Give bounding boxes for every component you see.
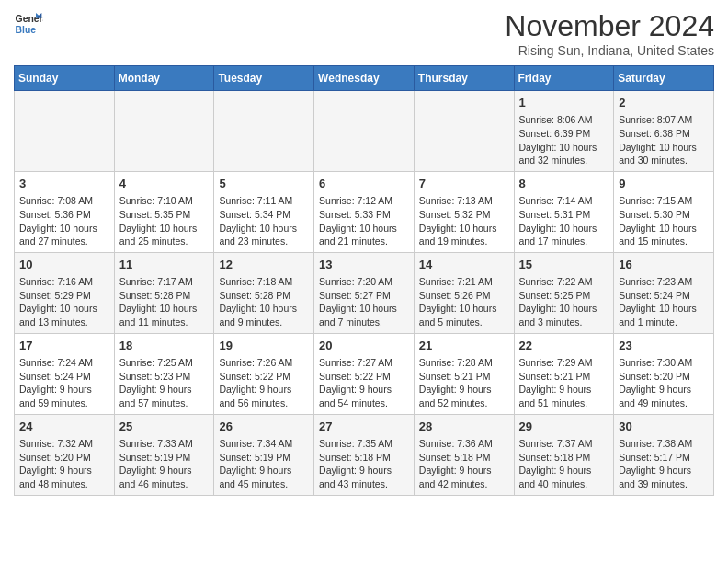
- day-cell-3-3: 20Sunrise: 7:27 AM Sunset: 5:22 PM Dayli…: [314, 333, 415, 414]
- svg-text:Blue: Blue: [16, 25, 37, 35]
- day-info: Sunrise: 7:37 AM Sunset: 5:18 PM Dayligh…: [519, 437, 609, 491]
- col-friday: Friday: [514, 66, 614, 91]
- day-number: 23: [619, 338, 709, 354]
- day-number: 25: [119, 419, 210, 435]
- day-number: 3: [19, 176, 109, 192]
- day-info: Sunrise: 7:33 AM Sunset: 5:19 PM Dayligh…: [119, 437, 210, 491]
- day-cell-1-3: 6Sunrise: 7:12 AM Sunset: 5:33 PM Daylig…: [314, 171, 415, 252]
- col-tuesday: Tuesday: [214, 66, 314, 91]
- day-number: 18: [119, 338, 210, 354]
- day-cell-0-5: 1Sunrise: 8:06 AM Sunset: 6:39 PM Daylig…: [514, 91, 614, 172]
- day-number: 16: [619, 257, 709, 273]
- day-cell-4-2: 26Sunrise: 7:34 AM Sunset: 5:19 PM Dayli…: [214, 414, 314, 495]
- day-cell-0-2: [214, 91, 314, 172]
- day-cell-0-3: [314, 91, 415, 172]
- day-cell-4-6: 30Sunrise: 7:38 AM Sunset: 5:17 PM Dayli…: [614, 414, 714, 495]
- day-info: Sunrise: 7:22 AM Sunset: 5:25 PM Dayligh…: [519, 275, 609, 329]
- day-info: Sunrise: 7:16 AM Sunset: 5:29 PM Dayligh…: [19, 275, 109, 329]
- day-cell-3-5: 22Sunrise: 7:29 AM Sunset: 5:21 PM Dayli…: [514, 333, 614, 414]
- day-info: Sunrise: 7:32 AM Sunset: 5:20 PM Dayligh…: [19, 437, 109, 491]
- day-number: 1: [519, 95, 609, 111]
- day-cell-4-4: 28Sunrise: 7:36 AM Sunset: 5:18 PM Dayli…: [414, 414, 514, 495]
- day-info: Sunrise: 7:29 AM Sunset: 5:21 PM Dayligh…: [519, 356, 609, 410]
- day-number: 5: [219, 176, 309, 192]
- day-number: 20: [319, 338, 409, 354]
- day-number: 8: [519, 176, 609, 192]
- day-info: Sunrise: 7:24 AM Sunset: 5:24 PM Dayligh…: [19, 356, 109, 410]
- day-number: 6: [319, 176, 409, 192]
- day-cell-2-3: 13Sunrise: 7:20 AM Sunset: 5:27 PM Dayli…: [314, 252, 415, 333]
- day-cell-1-1: 4Sunrise: 7:10 AM Sunset: 5:35 PM Daylig…: [114, 171, 214, 252]
- logo: General Blue: [14, 9, 43, 39]
- day-info: Sunrise: 8:06 AM Sunset: 6:39 PM Dayligh…: [519, 113, 609, 167]
- day-cell-4-3: 27Sunrise: 7:35 AM Sunset: 5:18 PM Dayli…: [314, 414, 415, 495]
- day-cell-2-5: 15Sunrise: 7:22 AM Sunset: 5:25 PM Dayli…: [514, 252, 614, 333]
- day-cell-3-2: 19Sunrise: 7:26 AM Sunset: 5:22 PM Dayli…: [214, 333, 314, 414]
- day-cell-4-5: 29Sunrise: 7:37 AM Sunset: 5:18 PM Dayli…: [514, 414, 614, 495]
- day-number: 14: [419, 257, 509, 273]
- day-info: Sunrise: 7:30 AM Sunset: 5:20 PM Dayligh…: [619, 356, 709, 410]
- day-number: 11: [119, 257, 210, 273]
- day-number: 7: [419, 176, 509, 192]
- day-cell-1-5: 8Sunrise: 7:14 AM Sunset: 5:31 PM Daylig…: [514, 171, 614, 252]
- day-cell-3-1: 18Sunrise: 7:25 AM Sunset: 5:23 PM Dayli…: [114, 333, 214, 414]
- col-monday: Monday: [114, 66, 214, 91]
- day-number: 2: [619, 95, 709, 111]
- day-number: 4: [119, 176, 210, 192]
- week-row-5: 24Sunrise: 7:32 AM Sunset: 5:20 PM Dayli…: [15, 414, 714, 495]
- day-info: Sunrise: 7:28 AM Sunset: 5:21 PM Dayligh…: [419, 356, 509, 410]
- day-info: Sunrise: 7:17 AM Sunset: 5:28 PM Dayligh…: [119, 275, 210, 329]
- day-number: 30: [619, 419, 709, 435]
- day-cell-0-1: [114, 91, 214, 172]
- day-cell-1-2: 5Sunrise: 7:11 AM Sunset: 5:34 PM Daylig…: [214, 171, 314, 252]
- day-info: Sunrise: 7:34 AM Sunset: 5:19 PM Dayligh…: [219, 437, 309, 491]
- day-info: Sunrise: 7:13 AM Sunset: 5:32 PM Dayligh…: [419, 194, 509, 248]
- day-info: Sunrise: 7:11 AM Sunset: 5:34 PM Dayligh…: [219, 194, 309, 248]
- day-number: 28: [419, 419, 509, 435]
- day-cell-1-4: 7Sunrise: 7:13 AM Sunset: 5:32 PM Daylig…: [414, 171, 514, 252]
- week-row-2: 3Sunrise: 7:08 AM Sunset: 5:36 PM Daylig…: [15, 171, 714, 252]
- day-number: 19: [219, 338, 309, 354]
- day-info: Sunrise: 7:25 AM Sunset: 5:23 PM Dayligh…: [119, 356, 210, 410]
- day-cell-3-0: 17Sunrise: 7:24 AM Sunset: 5:24 PM Dayli…: [15, 333, 115, 414]
- day-number: 26: [219, 419, 309, 435]
- day-cell-3-6: 23Sunrise: 7:30 AM Sunset: 5:20 PM Dayli…: [614, 333, 714, 414]
- week-row-3: 10Sunrise: 7:16 AM Sunset: 5:29 PM Dayli…: [15, 252, 714, 333]
- day-number: 17: [19, 338, 109, 354]
- calendar-header-row: Sunday Monday Tuesday Wednesday Thursday…: [15, 66, 714, 91]
- day-info: Sunrise: 7:08 AM Sunset: 5:36 PM Dayligh…: [19, 194, 109, 248]
- day-cell-4-0: 24Sunrise: 7:32 AM Sunset: 5:20 PM Dayli…: [15, 414, 115, 495]
- day-number: 15: [519, 257, 609, 273]
- col-saturday: Saturday: [614, 66, 714, 91]
- day-number: 22: [519, 338, 609, 354]
- day-info: Sunrise: 7:26 AM Sunset: 5:22 PM Dayligh…: [219, 356, 309, 410]
- day-cell-2-6: 16Sunrise: 7:23 AM Sunset: 5:24 PM Dayli…: [614, 252, 714, 333]
- day-info: Sunrise: 7:21 AM Sunset: 5:26 PM Dayligh…: [419, 275, 509, 329]
- day-info: Sunrise: 7:36 AM Sunset: 5:18 PM Dayligh…: [419, 437, 509, 491]
- day-cell-0-4: [414, 91, 514, 172]
- location-subtitle: Rising Sun, Indiana, United States: [505, 43, 714, 58]
- col-thursday: Thursday: [414, 66, 514, 91]
- day-number: 10: [19, 257, 109, 273]
- day-info: Sunrise: 7:20 AM Sunset: 5:27 PM Dayligh…: [319, 275, 409, 329]
- day-info: Sunrise: 7:14 AM Sunset: 5:31 PM Dayligh…: [519, 194, 609, 248]
- day-info: Sunrise: 8:07 AM Sunset: 6:38 PM Dayligh…: [619, 113, 709, 167]
- page-header: General Blue November 2024 Rising Sun, I…: [14, 9, 714, 58]
- day-cell-2-2: 12Sunrise: 7:18 AM Sunset: 5:28 PM Dayli…: [214, 252, 314, 333]
- day-info: Sunrise: 7:23 AM Sunset: 5:24 PM Dayligh…: [619, 275, 709, 329]
- day-info: Sunrise: 7:35 AM Sunset: 5:18 PM Dayligh…: [319, 437, 409, 491]
- day-info: Sunrise: 7:12 AM Sunset: 5:33 PM Dayligh…: [319, 194, 409, 248]
- day-cell-1-6: 9Sunrise: 7:15 AM Sunset: 5:30 PM Daylig…: [614, 171, 714, 252]
- title-block: November 2024 Rising Sun, Indiana, Unite…: [505, 9, 714, 58]
- day-number: 9: [619, 176, 709, 192]
- day-number: 13: [319, 257, 409, 273]
- day-cell-3-4: 21Sunrise: 7:28 AM Sunset: 5:21 PM Dayli…: [414, 333, 514, 414]
- day-info: Sunrise: 7:15 AM Sunset: 5:30 PM Dayligh…: [619, 194, 709, 248]
- day-info: Sunrise: 7:10 AM Sunset: 5:35 PM Dayligh…: [119, 194, 210, 248]
- day-cell-2-0: 10Sunrise: 7:16 AM Sunset: 5:29 PM Dayli…: [15, 252, 115, 333]
- day-cell-4-1: 25Sunrise: 7:33 AM Sunset: 5:19 PM Dayli…: [114, 414, 214, 495]
- day-cell-1-0: 3Sunrise: 7:08 AM Sunset: 5:36 PM Daylig…: [15, 171, 115, 252]
- week-row-1: 1Sunrise: 8:06 AM Sunset: 6:39 PM Daylig…: [15, 91, 714, 172]
- calendar-table: Sunday Monday Tuesday Wednesday Thursday…: [14, 65, 714, 496]
- col-wednesday: Wednesday: [314, 66, 415, 91]
